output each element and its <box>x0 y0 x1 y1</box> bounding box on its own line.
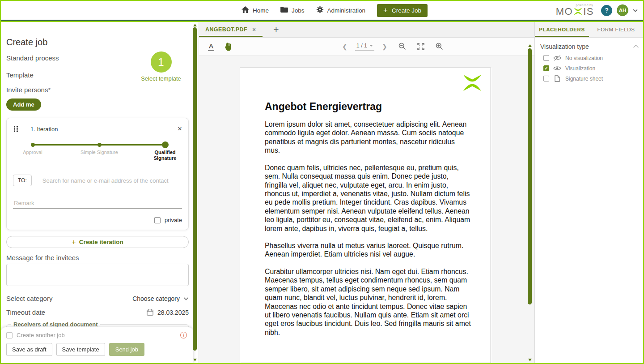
previous-page-icon[interactable]: ❮ <box>342 43 347 50</box>
powered-by-label: powered by <box>576 4 593 7</box>
create-another-job-checkbox[interactable] <box>6 332 13 338</box>
option-label: No visualization <box>565 55 603 61</box>
scroll-down-arrow-icon[interactable] <box>528 359 532 361</box>
save-template-button[interactable]: Save template <box>56 343 105 356</box>
main-nav: Home Jobs <box>242 1 428 20</box>
message-label: Message for the invitees <box>6 254 189 261</box>
nav-administration[interactable]: Administration <box>316 6 366 15</box>
slider-label-qualified-signature: Qualified Signature <box>146 150 184 161</box>
save-as-draft-button[interactable]: Save as draft <box>6 343 52 356</box>
nav-home[interactable]: Home <box>242 6 269 15</box>
nav-administration-label: Administration <box>327 7 366 14</box>
left-panel-scrollbar-thumb[interactable] <box>193 27 197 351</box>
nav-jobs-label: Jobs <box>292 7 305 14</box>
remark-input[interactable] <box>13 198 182 209</box>
page-title: Create job <box>6 37 189 47</box>
visualization-type-title: Visualization type <box>540 43 589 50</box>
home-icon <box>242 6 249 15</box>
create-iteration-button[interactable]: + Create iteration <box>6 236 189 248</box>
tab-close-icon[interactable]: × <box>252 26 256 33</box>
next-page-icon[interactable]: ❯ <box>382 43 387 50</box>
document-brand-x-icon <box>461 74 483 93</box>
help-button[interactable]: ? <box>601 5 612 16</box>
collapse-section-chevron-up-icon[interactable] <box>633 45 638 50</box>
scroll-down-arrow-icon[interactable] <box>193 359 197 361</box>
category-label: Select category <box>6 295 52 302</box>
page-indicator-value: 1 / 1 <box>356 43 367 49</box>
signature-sheet-checkbox[interactable]: ✓ <box>543 76 549 81</box>
tab-placeholders[interactable]: PLACEHOLDERS <box>535 22 589 37</box>
option-no-visualization: ✓ No visualization <box>543 54 638 62</box>
slider-stop-simple-signature[interactable] <box>97 143 102 147</box>
document-icon <box>553 75 561 82</box>
drag-handle-icon[interactable] <box>13 125 19 133</box>
right-panel-tabs: PLACEHOLDERS FORM FIELDS <box>535 22 643 38</box>
left-panel-scrollbar <box>193 22 198 363</box>
nav-jobs[interactable]: Jobs <box>280 6 305 14</box>
option-signature-sheet: ✓ Signature sheet <box>543 75 638 82</box>
scroll-up-arrow-icon[interactable] <box>528 44 532 47</box>
document-tab-label: ANGEBOT.PDF <box>205 26 247 33</box>
timeout-date-picker[interactable]: 28.03.2025 <box>147 309 189 316</box>
create-another-job-label: Create another job <box>17 332 65 338</box>
pdf-canvas: Angebot Energievertrag Lorem ipsum dolor… <box>199 56 534 363</box>
private-checkbox[interactable] <box>154 217 161 223</box>
slider-stop-qualified-signature[interactable] <box>162 141 169 148</box>
zoom-out-icon[interactable] <box>398 43 406 50</box>
text-annotation-tool[interactable]: A <box>208 42 214 51</box>
moxis-x-icon <box>573 6 583 17</box>
add-me-button[interactable]: Add me <box>6 98 41 111</box>
calendar-icon <box>147 309 153 316</box>
document-paragraph: Lorem ipsum dolor sit amet, consectetuer… <box>265 120 471 155</box>
iteration-close-icon[interactable]: × <box>178 126 182 132</box>
eye-icon <box>553 65 561 71</box>
option-label: Signature sheet <box>565 76 603 82</box>
slider-stop-approval[interactable] <box>31 143 35 147</box>
send-job-button[interactable]: Send job <box>109 343 144 356</box>
option-label: Visualization <box>565 65 595 72</box>
plus-icon: + <box>383 8 388 13</box>
visualization-checkbox[interactable]: ✓ <box>543 65 549 71</box>
timeout-date-value: 28.03.2025 <box>157 309 189 316</box>
signature-level-slider[interactable]: Approval Simple Signature Qualified Sign… <box>13 141 182 168</box>
to-selector-button[interactable]: TO: <box>13 175 32 186</box>
hand-tool-icon[interactable] <box>224 42 233 51</box>
tab-form-fields[interactable]: FORM FIELDS <box>589 22 643 37</box>
job-actions-footer: Create another job i Save as draft Save … <box>1 327 193 363</box>
pdf-toolbar: A ❮ 1 / 1 ❯ <box>199 38 534 56</box>
top-nav-bar: Home Jobs <box>1 1 643 20</box>
category-dropdown[interactable]: Choose category <box>132 295 189 302</box>
select-template-button[interactable]: 1 Select template <box>140 51 182 82</box>
logo-text-right: IS <box>583 6 594 17</box>
message-textarea[interactable] <box>6 264 189 286</box>
avatar-initials: AH <box>619 8 627 13</box>
zoom-in-icon[interactable] <box>436 43 443 50</box>
folder-icon <box>280 6 288 14</box>
step-number-badge: 1 <box>151 51 172 73</box>
iteration-card: 1. Iteration × Approval Simple Signature… <box>6 118 189 230</box>
no-visualization-checkbox[interactable]: ✓ <box>543 55 549 61</box>
iteration-title: 1. Iteration <box>30 126 58 133</box>
document-paragraph: Donec quam felis, ultricies nec, pellent… <box>265 163 471 233</box>
document-tab-angebot[interactable]: ANGEBOT.PDF × <box>199 22 263 37</box>
header-right: powered by MO IS ? AH <box>556 1 638 20</box>
user-menu-chevron-down-icon[interactable] <box>633 9 638 12</box>
timeout-label: Timeout date <box>6 308 45 316</box>
page-dropdown-caret-icon <box>369 45 373 47</box>
create-iteration-label: Create iteration <box>79 239 123 245</box>
slider-label-simple-signature: Simple Signature <box>80 150 118 155</box>
avatar[interactable]: AH <box>617 4 628 16</box>
add-document-button[interactable]: + <box>273 26 279 34</box>
info-icon[interactable]: i <box>180 332 187 338</box>
create-job-button[interactable]: + Create Job <box>377 4 428 17</box>
document-title: Angebot Energievertrag <box>265 101 470 113</box>
pdf-page[interactable]: Angebot Energievertrag Lorem ipsum dolor… <box>240 68 491 363</box>
nav-home-label: Home <box>253 7 269 14</box>
page-indicator[interactable]: 1 / 1 <box>355 43 374 51</box>
fit-to-screen-icon[interactable] <box>417 43 424 50</box>
receivers-legend: Receivers of signed document <box>11 321 100 328</box>
contact-search-input[interactable] <box>42 176 182 186</box>
scroll-up-arrow-icon[interactable] <box>193 24 197 26</box>
category-value: Choose category <box>132 295 180 302</box>
pdf-scrollbar-thumb[interactable] <box>528 48 532 304</box>
